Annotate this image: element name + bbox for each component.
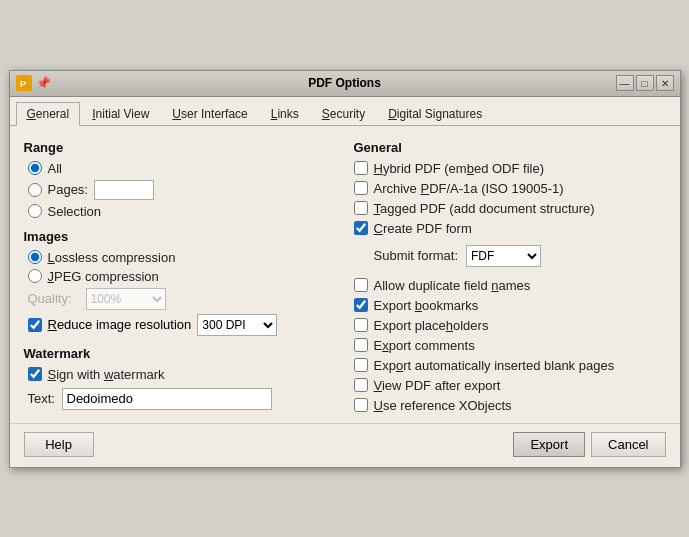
export-placeholders-item: Export placeholders	[354, 318, 666, 333]
export-placeholders-label[interactable]: Export placeholders	[374, 318, 489, 333]
export-bookmarks-label[interactable]: Export bookmarks	[374, 298, 479, 313]
quality-label: Quality:	[28, 291, 80, 306]
main-content: Range All Pages: Selection Images	[10, 126, 680, 423]
export-comments-checkbox[interactable]	[354, 338, 368, 352]
reduce-row: Reduce image resolution 300 DPI 150 DPI …	[28, 314, 334, 336]
lossless-label[interactable]: Lossless compression	[48, 250, 176, 265]
pdf-options-dialog: P 📌 PDF Options — □ ✕ General Initial Vi…	[9, 70, 681, 468]
general-section-title: General	[354, 140, 666, 155]
window-title: PDF Options	[0, 76, 689, 90]
range-pages-label[interactable]: Pages:	[48, 182, 88, 197]
archive-pdf-checkbox[interactable]	[354, 181, 368, 195]
images-radio-group: Lossless compression JPEG compression	[28, 250, 334, 284]
lossless-radio[interactable]	[28, 250, 42, 264]
images-section: Images Lossless compression JPEG compres…	[24, 229, 334, 336]
range-all-item: All	[28, 161, 334, 176]
view-pdf-item: View PDF after export	[354, 378, 666, 393]
jpeg-item: JPEG compression	[28, 269, 334, 284]
right-checkbox-group: Hybrid PDF (embed ODF file) Archive PDF/…	[354, 161, 666, 413]
export-bookmarks-checkbox[interactable]	[354, 298, 368, 312]
hybrid-pdf-item: Hybrid PDF (embed ODF file)	[354, 161, 666, 176]
create-pdf-form-label[interactable]: Create PDF form	[374, 221, 472, 236]
export-blank-pages-label[interactable]: Export automatically inserted blank page…	[374, 358, 615, 373]
export-button[interactable]: Export	[513, 432, 585, 457]
range-selection-label[interactable]: Selection	[48, 204, 101, 219]
jpeg-radio[interactable]	[28, 269, 42, 283]
export-blank-pages-item: Export automatically inserted blank page…	[354, 358, 666, 373]
range-all-label[interactable]: All	[48, 161, 62, 176]
archive-pdf-label[interactable]: Archive PDF/A-1a (ISO 19005-1)	[374, 181, 564, 196]
sign-watermark-checkbox[interactable]	[28, 367, 42, 381]
reduce-resolution-label[interactable]: Reduce image resolution	[48, 317, 192, 332]
submit-format-select[interactable]: FDF PDF HTML XML	[466, 245, 541, 267]
reduce-resolution-checkbox[interactable]	[28, 318, 42, 332]
export-comments-label[interactable]: Export comments	[374, 338, 475, 353]
watermark-text-row: Text:	[28, 388, 334, 410]
titlebar-left: P 📌	[16, 75, 51, 91]
minimize-button[interactable]: —	[616, 75, 634, 91]
sign-watermark-label[interactable]: Sign with watermark	[48, 367, 165, 382]
footer-right: Export Cancel	[513, 432, 665, 457]
tagged-pdf-checkbox[interactable]	[354, 201, 368, 215]
text-label: Text:	[28, 391, 56, 406]
tagged-pdf-item: Tagged PDF (add document structure)	[354, 201, 666, 216]
tab-links[interactable]: Links	[260, 102, 310, 126]
app-icon: P	[16, 75, 32, 91]
use-reference-label[interactable]: Use reference XObjects	[374, 398, 512, 413]
range-pages-item: Pages:	[28, 180, 334, 200]
footer: Help Export Cancel	[10, 423, 680, 467]
watermark-text-input[interactable]	[62, 388, 272, 410]
sign-watermark-item: Sign with watermark	[28, 367, 334, 382]
quality-select[interactable]: 100%	[86, 288, 166, 310]
jpeg-label[interactable]: JPEG compression	[48, 269, 159, 284]
range-all-radio[interactable]	[28, 161, 42, 175]
watermark-section-title: Watermark	[24, 346, 334, 361]
left-panel: Range All Pages: Selection Images	[24, 136, 334, 413]
archive-pdf-item: Archive PDF/A-1a (ISO 19005-1)	[354, 181, 666, 196]
allow-duplicate-item: Allow duplicate field names	[354, 278, 666, 293]
range-pages-radio[interactable]	[28, 183, 42, 197]
view-pdf-label[interactable]: View PDF after export	[374, 378, 501, 393]
submit-format-row: Submit format: FDF PDF HTML XML	[374, 245, 666, 267]
pin-icon: 📌	[36, 76, 51, 90]
export-bookmarks-item: Export bookmarks	[354, 298, 666, 313]
watermark-section: Watermark Sign with watermark Text:	[24, 346, 334, 410]
titlebar-buttons: — □ ✕	[616, 75, 674, 91]
use-reference-checkbox[interactable]	[354, 398, 368, 412]
tagged-pdf-label[interactable]: Tagged PDF (add document structure)	[374, 201, 595, 216]
view-pdf-checkbox[interactable]	[354, 378, 368, 392]
hybrid-pdf-label[interactable]: Hybrid PDF (embed ODF file)	[374, 161, 545, 176]
range-section-title: Range	[24, 140, 334, 155]
tab-initial-view[interactable]: Initial View	[81, 102, 160, 126]
export-comments-item: Export comments	[354, 338, 666, 353]
export-blank-pages-checkbox[interactable]	[354, 358, 368, 372]
images-section-title: Images	[24, 229, 334, 244]
svg-text:P: P	[20, 79, 26, 89]
hybrid-pdf-checkbox[interactable]	[354, 161, 368, 175]
maximize-button[interactable]: □	[636, 75, 654, 91]
create-pdf-form-item: Create PDF form	[354, 221, 666, 236]
create-pdf-form-checkbox[interactable]	[354, 221, 368, 235]
export-placeholders-checkbox[interactable]	[354, 318, 368, 332]
use-reference-item: Use reference XObjects	[354, 398, 666, 413]
lossless-item: Lossless compression	[28, 250, 334, 265]
tab-digital-signatures[interactable]: Digital Signatures	[377, 102, 493, 126]
submit-format-label: Submit format:	[374, 248, 459, 263]
tab-general[interactable]: General	[16, 102, 81, 126]
right-panel: General Hybrid PDF (embed ODF file) Arch…	[354, 136, 666, 413]
cancel-button[interactable]: Cancel	[591, 432, 665, 457]
allow-duplicate-checkbox[interactable]	[354, 278, 368, 292]
dpi-select[interactable]: 300 DPI 150 DPI 72 DPI	[197, 314, 277, 336]
range-radio-group: All Pages: Selection	[28, 161, 334, 219]
close-button[interactable]: ✕	[656, 75, 674, 91]
tab-user-interface[interactable]: User Interface	[161, 102, 258, 126]
quality-row: Quality: 100%	[28, 288, 334, 310]
tab-security[interactable]: Security	[311, 102, 376, 126]
range-selection-item: Selection	[28, 204, 334, 219]
help-button[interactable]: Help	[24, 432, 94, 457]
titlebar: P 📌 PDF Options — □ ✕	[10, 71, 680, 97]
allow-duplicate-label[interactable]: Allow duplicate field names	[374, 278, 531, 293]
range-selection-radio[interactable]	[28, 204, 42, 218]
pages-input[interactable]	[94, 180, 154, 200]
tab-bar: General Initial View User Interface Link…	[10, 97, 680, 126]
